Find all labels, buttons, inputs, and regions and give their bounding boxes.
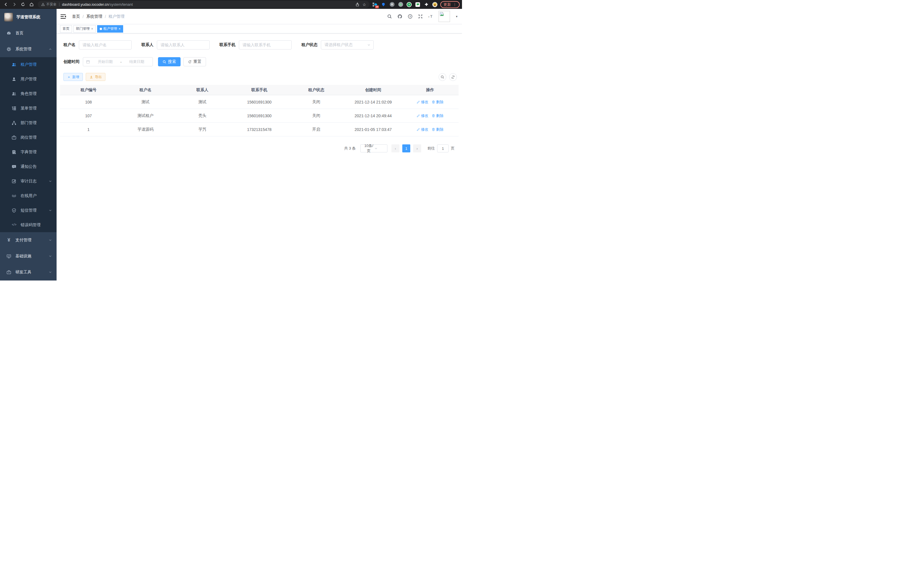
- extension-grid-icon[interactable]: 10: [372, 2, 377, 7]
- sidebar-item-errcode[interactable]: </>错误码管理: [0, 218, 57, 232]
- table-cell: 测试: [174, 99, 231, 105]
- search-icon: [163, 60, 166, 64]
- back-icon[interactable]: [2, 1, 9, 8]
- table-cell: 芋艿: [174, 127, 231, 132]
- delete-link[interactable]: 删除: [432, 99, 443, 105]
- extension-command-icon[interactable]: ⌘: [389, 2, 394, 7]
- sidebar-item-notice[interactable]: 通知公告: [0, 159, 57, 174]
- export-button[interactable]: 导出: [86, 73, 105, 81]
- edit-link[interactable]: 修改: [417, 127, 428, 132]
- extension-drop-icon[interactable]: [381, 2, 386, 7]
- column-header: 联系人: [174, 87, 231, 93]
- sidebar-item-sms[interactable]: 短信管理: [0, 203, 57, 218]
- page-size-select[interactable]: 10条/页: [360, 144, 387, 152]
- sidebar-item-user[interactable]: 用户管理: [0, 72, 57, 86]
- filter-mobile: 联系手机: [219, 40, 292, 50]
- search-icon[interactable]: [387, 14, 392, 19]
- goto-page-input[interactable]: [437, 144, 448, 152]
- sidebar-logo-row[interactable]: 芋道管理系统: [0, 9, 57, 25]
- tab-首页[interactable]: 首页: [60, 25, 72, 33]
- tenant-name-input[interactable]: [79, 40, 132, 50]
- table-cell: 1: [60, 127, 117, 132]
- table-cell: 2021-01-05 17:03:47: [345, 127, 401, 132]
- sidebar-item-devtool[interactable]: 研发工具: [0, 264, 57, 280]
- table-row: 107测试租户秃头15601691300关闭2021-12-14 20:49:4…: [60, 109, 459, 123]
- contact-label: 联系人: [141, 42, 153, 47]
- delete-link[interactable]: 删除: [432, 127, 443, 132]
- sidebar: 芋道管理系统 首页系统管理租户管理用户管理角色管理菜单管理部门管理岗位管理字典管…: [0, 9, 57, 281]
- code-icon: </>: [11, 223, 16, 228]
- breadcrumb-home[interactable]: 首页: [72, 14, 80, 19]
- extension-y-icon[interactable]: Y: [406, 2, 412, 7]
- forward-icon[interactable]: [11, 1, 18, 8]
- sidebar-item-system[interactable]: 系统管理: [0, 41, 57, 57]
- sidebar-item-dept[interactable]: 部门管理: [0, 116, 57, 130]
- help-icon[interactable]: ?: [408, 14, 412, 19]
- sidebar-item-label: 角色管理: [21, 91, 37, 96]
- show-search-icon[interactable]: [439, 73, 446, 81]
- create-time-range-picker[interactable]: 开始日期 - 结束日期: [83, 57, 153, 66]
- browser-menu-icon[interactable]: ⋮: [453, 2, 457, 7]
- reload-icon[interactable]: [20, 1, 26, 8]
- sidebar-item-audit[interactable]: 审计日志: [0, 174, 57, 188]
- extension-chat-icon[interactable]: [415, 2, 420, 7]
- extension-badge: 10: [375, 5, 379, 8]
- page-size-value: 10条/页: [363, 143, 374, 153]
- security-indicator[interactable]: 不安全: [41, 2, 57, 7]
- avatar[interactable]: [439, 11, 450, 22]
- refresh-icon: [188, 60, 192, 64]
- home-icon[interactable]: [28, 1, 35, 8]
- delete-link[interactable]: 删除: [432, 113, 443, 118]
- url-bar[interactable]: 不安全 dashboard.yudao.iocoder.cn/system/te…: [38, 1, 369, 8]
- extension-green-dot-icon[interactable]: [398, 2, 403, 7]
- tab-租户管理[interactable]: 租户管理×: [97, 25, 123, 33]
- browser-update-button[interactable]: 更新 ⋮: [440, 1, 460, 8]
- sidebar-item-home[interactable]: 首页: [0, 25, 57, 41]
- user-icon: [11, 77, 16, 82]
- edit-link[interactable]: 修改: [417, 99, 428, 105]
- add-button[interactable]: ＋ 新增: [63, 73, 83, 81]
- edit-link[interactable]: 修改: [417, 113, 428, 118]
- extension-puzzle-icon[interactable]: [424, 2, 429, 7]
- github-icon[interactable]: [398, 14, 402, 19]
- next-page-icon[interactable]: ›: [413, 144, 421, 152]
- refresh-table-icon[interactable]: [449, 73, 457, 81]
- warning-icon: [41, 3, 45, 6]
- sidebar-item-label: 错误码管理: [21, 223, 40, 228]
- fullscreen-icon[interactable]: [418, 14, 423, 19]
- breadcrumb-system[interactable]: 系统管理: [86, 14, 102, 19]
- mobile-label: 联系手机: [219, 42, 236, 47]
- sidebar-toggle-icon[interactable]: [61, 14, 67, 20]
- chevron-down-icon: [49, 254, 52, 258]
- tab-部门管理[interactable]: 部门管理×: [74, 25, 96, 33]
- sidebar-item-tenant[interactable]: 租户管理: [0, 57, 57, 72]
- status-select[interactable]: 请选择租户状态: [321, 40, 374, 50]
- contact-input[interactable]: [157, 40, 210, 50]
- chevron-down-icon: [49, 180, 52, 183]
- reset-button[interactable]: 重置: [183, 57, 206, 66]
- sidebar-item-online[interactable]: 在线用户: [0, 188, 57, 203]
- svg-text:?: ?: [410, 15, 411, 18]
- sidebar-item-label: 通知公告: [21, 164, 37, 169]
- extension-emoji-icon[interactable]: [432, 2, 437, 7]
- share-icon[interactable]: [354, 1, 361, 8]
- sidebar-item-menu[interactable]: 菜单管理: [0, 101, 57, 116]
- sidebar-item-dict[interactable]: 字典管理: [0, 145, 57, 159]
- breadcrumb-current: 租户管理: [109, 14, 124, 19]
- sidebar-item-pay[interactable]: ¥支付管理: [0, 232, 57, 248]
- table-cell: 2021-12-14 21:02:09: [345, 100, 401, 104]
- prev-page-icon[interactable]: ‹: [392, 144, 399, 152]
- bookmark-star-icon[interactable]: ☆: [361, 1, 368, 8]
- table-cell: 关闭: [288, 99, 345, 105]
- font-size-icon[interactable]: тT: [428, 14, 433, 19]
- sidebar-item-post[interactable]: 岗位管理: [0, 130, 57, 145]
- close-icon[interactable]: ×: [91, 27, 93, 31]
- extensions-strip: 10 ⌘ Y: [372, 2, 437, 7]
- caret-down-icon[interactable]: ▼: [455, 15, 458, 18]
- sidebar-item-role[interactable]: 角色管理: [0, 86, 57, 101]
- close-icon[interactable]: ×: [118, 27, 121, 31]
- search-button[interactable]: 搜索: [158, 57, 181, 66]
- sidebar-item-infra[interactable]: 基础设施: [0, 248, 57, 264]
- page-number-1[interactable]: 1: [402, 144, 410, 152]
- mobile-input[interactable]: [239, 40, 292, 50]
